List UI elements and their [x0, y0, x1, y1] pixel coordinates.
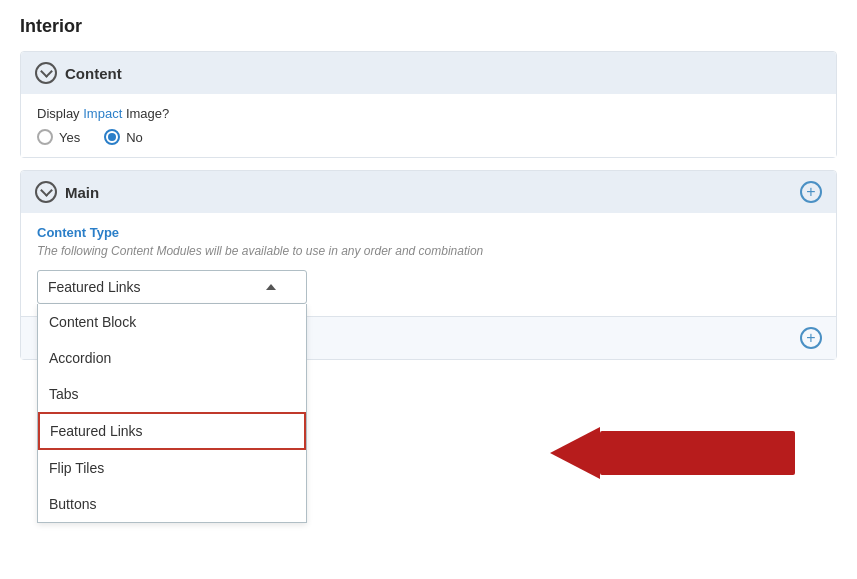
content-type-dropdown[interactable]: Featured Links Content Block Accordion T… [37, 270, 307, 304]
arrow-head-left [550, 427, 600, 479]
main-section-header[interactable]: Main + [21, 171, 836, 213]
dropdown-selected-value: Featured Links [48, 279, 266, 295]
content-chevron-icon[interactable] [35, 62, 57, 84]
radio-yes-circle[interactable] [37, 129, 53, 145]
radio-no-label: No [126, 130, 143, 145]
radio-no-circle[interactable] [104, 129, 120, 145]
arrow-annotation [550, 446, 795, 459]
radio-no[interactable]: No [104, 129, 143, 145]
content-section-body: Display Impact Image? Yes No [21, 94, 836, 157]
dropdown-input-field[interactable]: Featured Links [37, 270, 307, 304]
dropdown-item-featured-links[interactable]: Featured Links [38, 412, 306, 450]
impact-image-question: Display Impact Image? [37, 106, 820, 121]
dropdown-arrow-icon [266, 284, 276, 290]
page-title: Interior [20, 16, 837, 37]
dropdown-item-accordion[interactable]: Accordion [38, 340, 306, 376]
content-type-desc: The following Content Modules will be av… [37, 244, 820, 258]
main-section-body: Content Type The following Content Modul… [21, 213, 836, 316]
dropdown-item-content-block[interactable]: Content Block [38, 304, 306, 340]
main-section-title: Main [65, 184, 99, 201]
content-section-header[interactable]: Content [21, 52, 836, 94]
main-section: Main + Content Type The following Conten… [20, 170, 837, 360]
dropdown-item-tabs[interactable]: Tabs [38, 376, 306, 412]
dropdown-item-buttons[interactable]: Buttons [38, 486, 306, 522]
dropdown-item-flip-tiles[interactable]: Flip Tiles [38, 450, 306, 486]
dropdown-menu: Content Block Accordion Tabs Featured Li… [37, 304, 307, 523]
radio-yes[interactable]: Yes [37, 129, 80, 145]
main-section-add-icon[interactable]: + [800, 181, 822, 203]
content-section: Content Display Impact Image? Yes No [20, 51, 837, 158]
impact-word: Impact [83, 106, 122, 121]
sub-section-add-icon[interactable]: + [800, 327, 822, 349]
main-chevron-icon[interactable] [35, 181, 57, 203]
impact-radio-group: Yes No [37, 129, 820, 145]
content-type-label: Content Type [37, 225, 820, 240]
arrow-body [600, 431, 795, 475]
radio-yes-label: Yes [59, 130, 80, 145]
content-section-title: Content [65, 65, 122, 82]
